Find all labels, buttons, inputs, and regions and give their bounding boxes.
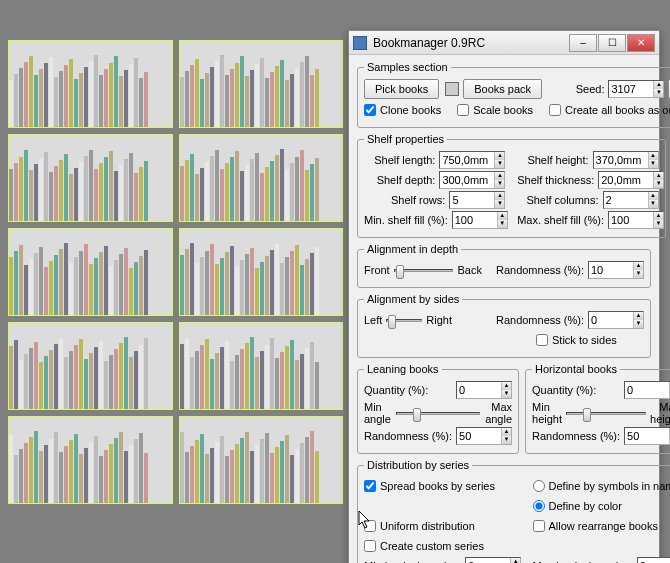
uniform-label: Uniform distribution [380, 520, 475, 532]
scale-books-checkbox[interactable] [457, 104, 469, 116]
allow-rearrange-label: Allow rearrange books [549, 520, 658, 532]
sides-rand-spinner[interactable]: ▲▼ [588, 311, 644, 329]
spinner-arrows-icon[interactable]: ▲▼ [494, 172, 504, 188]
horizontal-legend: Horizontal books [532, 363, 620, 375]
samples-section: Samples section Pick books Books pack Se… [357, 61, 670, 128]
shelf-cols-spinner[interactable]: ▲▼ [603, 191, 659, 209]
height-slider[interactable] [566, 405, 646, 421]
spinner-arrows-icon[interactable]: ▲▼ [648, 192, 658, 208]
pick-books-button[interactable]: Pick books [364, 79, 439, 99]
depth-rand-spinner[interactable]: ▲▼ [588, 261, 644, 279]
app-icon [353, 36, 367, 50]
min-series-spinner[interactable]: ▲▼ [465, 557, 521, 563]
define-color-label: Define by color [549, 500, 622, 512]
angle-slider[interactable] [396, 405, 480, 421]
lean-rand-spinner[interactable]: ▲▼ [456, 427, 512, 445]
shelf-rows-spinner[interactable]: ▲▼ [449, 191, 505, 209]
lean-qty-label: Quantity (%): [364, 384, 452, 396]
horiz-rand-spinner[interactable]: ▲▼ [624, 427, 670, 445]
shelf-depth-label: Shelf depth: [364, 174, 435, 186]
spinner-arrows-icon[interactable]: ▲▼ [510, 558, 520, 563]
samples-legend: Samples section [364, 61, 451, 73]
depth-slider[interactable] [394, 262, 454, 278]
horiz-qty-spinner[interactable]: ▲▼ [624, 381, 670, 399]
shelf-height-spinner[interactable]: ▲▼ [593, 151, 659, 169]
max-shelf-fill-spinner[interactable]: ▲▼ [608, 211, 664, 229]
max-shelf-fill-label: Max. shelf fill (%): [517, 214, 604, 226]
shelf-thickness-label: Shelf thickness: [517, 174, 594, 186]
shelf-cell [8, 134, 173, 222]
shelf-depth-spinner[interactable]: ▲▼ [439, 171, 505, 189]
custom-series-checkbox[interactable] [364, 540, 376, 552]
shelf-cols-label: Shelf columns: [517, 194, 598, 206]
define-symbols-radio[interactable] [533, 480, 545, 492]
window-title: Bookmanager 0.9RC [373, 36, 569, 50]
horiz-qty-label: Quantity (%): [532, 384, 620, 396]
max-series-spinner[interactable]: ▲▼ [637, 557, 670, 563]
shelf-cell [179, 228, 344, 316]
shelf-cell [179, 416, 344, 504]
bookmanager-dialog: Bookmanager 0.9RC – ☐ ✕ Samples section … [348, 30, 660, 563]
shelf-length-spinner[interactable]: ▲▼ [439, 151, 505, 169]
min-height-label: Min height [532, 401, 562, 425]
create-all-checkbox[interactable] [549, 104, 561, 116]
spinner-arrows-icon[interactable]: ▲▼ [497, 212, 507, 228]
stick-sides-label: Stick to sides [552, 334, 617, 346]
spinner-arrows-icon[interactable]: ▲▼ [494, 152, 504, 168]
alignment-depth-section: Alignment in depth Front Back Randomness… [357, 243, 651, 288]
stick-sides-checkbox[interactable] [536, 334, 548, 346]
uniform-checkbox[interactable] [364, 520, 376, 532]
clone-books-label: Clone books [380, 104, 441, 116]
back-label: Back [457, 264, 481, 276]
shelf-cell [179, 40, 344, 128]
leaning-books-section: Leaning books Quantity (%):▲▼ Min angle … [357, 363, 519, 454]
books-pack-button[interactable]: Books pack [463, 79, 542, 99]
sides-slider[interactable] [386, 312, 422, 328]
spinner-arrows-icon[interactable]: ▲▼ [653, 212, 663, 228]
clone-books-checkbox[interactable] [364, 104, 376, 116]
pick-books-swatch[interactable] [445, 82, 459, 96]
shelf-cell [179, 134, 344, 222]
spinner-arrows-icon[interactable]: ▲▼ [648, 152, 658, 168]
seed-label: Seed: [576, 83, 605, 95]
shelf-length-label: Shelf length: [364, 154, 435, 166]
spread-books-label: Spread books by series [380, 480, 495, 492]
create-all-label: Create all books as one object [565, 104, 670, 116]
front-label: Front [364, 264, 390, 276]
spinner-arrows-icon[interactable]: ▲▼ [633, 262, 643, 278]
shelf-cell [8, 40, 173, 128]
allow-rearrange-checkbox[interactable] [533, 520, 545, 532]
define-symbols-label: Define by symbols in name: [549, 480, 670, 492]
depth-rand-label: Randomness (%): [496, 264, 584, 276]
spinner-arrows-icon[interactable]: ▲▼ [653, 81, 663, 97]
maximize-button[interactable]: ☐ [598, 34, 626, 52]
align-depth-legend: Alignment in depth [364, 243, 461, 255]
min-angle-label: Min angle [364, 401, 392, 425]
horiz-rand-label: Randomness (%): [532, 430, 620, 442]
shelf-height-label: Shelf height: [517, 154, 588, 166]
close-button[interactable]: ✕ [627, 34, 655, 52]
shelf-properties-section: Shelf properties Shelf length:▲▼ Shelf h… [357, 133, 666, 238]
shelf-thickness-spinner[interactable]: ▲▼ [598, 171, 664, 189]
max-angle-label: Max angle [484, 401, 512, 425]
horizontal-books-section: Horizontal books Quantity (%):▲▼ Min hei… [525, 363, 670, 454]
shelf-cell [8, 416, 173, 504]
spinner-arrows-icon[interactable]: ▲▼ [501, 428, 511, 444]
alignment-sides-section: Alignment by sides Left Right Randomness… [357, 293, 651, 358]
define-color-radio[interactable] [533, 500, 545, 512]
spinner-arrows-icon[interactable]: ▲▼ [494, 192, 504, 208]
distribution-section: Distribution by series Spread books by s… [357, 459, 670, 563]
seed-spinner[interactable]: ▲▼ [608, 80, 664, 98]
max-height-label: Max height [650, 401, 670, 425]
spinner-arrows-icon[interactable]: ▲▼ [633, 312, 643, 328]
scale-books-label: Scale books [473, 104, 533, 116]
spread-books-checkbox[interactable] [364, 480, 376, 492]
titlebar[interactable]: Bookmanager 0.9RC – ☐ ✕ [349, 31, 659, 55]
min-shelf-fill-spinner[interactable]: ▲▼ [452, 211, 508, 229]
spinner-arrows-icon[interactable]: ▲▼ [501, 382, 511, 398]
shelf-legend: Shelf properties [364, 133, 447, 145]
lean-qty-spinner[interactable]: ▲▼ [456, 381, 512, 399]
minimize-button[interactable]: – [569, 34, 597, 52]
spinner-arrows-icon[interactable]: ▲▼ [653, 172, 663, 188]
lean-rand-label: Randomness (%): [364, 430, 452, 442]
